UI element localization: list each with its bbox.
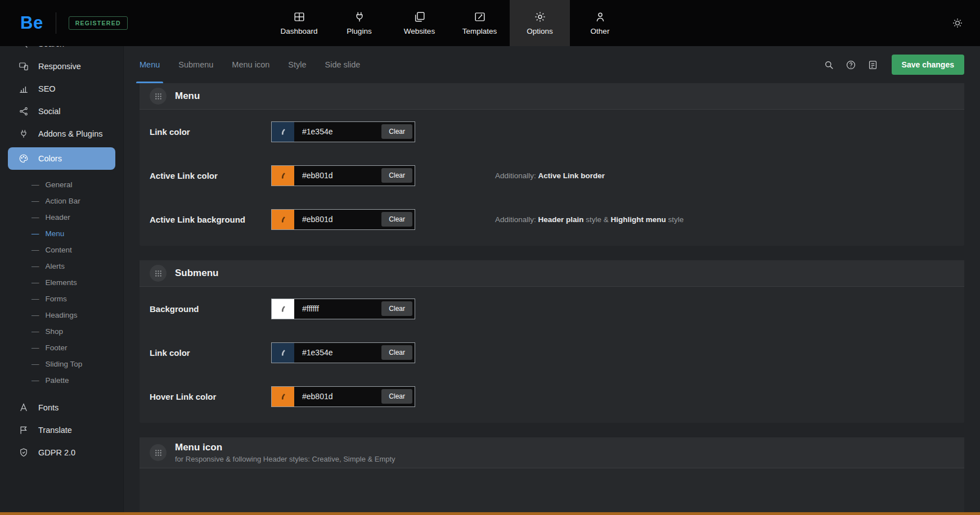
topnav-label: Other (591, 27, 610, 35)
topnav-label: Templates (462, 27, 497, 35)
option-label: Link color (150, 127, 271, 137)
template-edit-icon (474, 11, 486, 23)
option-row-active-link-color: Active Link color Clear Additionally: Ac… (140, 153, 964, 197)
share-icon (18, 106, 29, 116)
topnav-options[interactable]: Options (510, 0, 570, 46)
sidebar-subitem-alerts[interactable]: —Alerts (0, 258, 123, 274)
sidebar-subitem-footer[interactable]: —Footer (0, 340, 123, 356)
section-title: Menu icon (175, 442, 395, 453)
color-swatch[interactable] (272, 343, 294, 363)
chart-bars-icon (18, 84, 29, 94)
help-icon[interactable] (846, 60, 856, 70)
topnav-plugins[interactable]: Plugins (329, 0, 389, 46)
sidebar-subitem-shop[interactable]: —Shop (0, 323, 123, 340)
tab-menu-icon[interactable]: Menu icon (232, 46, 269, 83)
tab-submenu[interactable]: Submenu (178, 46, 213, 83)
clear-color-button[interactable]: Clear (381, 301, 412, 316)
color-swatch[interactable] (272, 387, 294, 406)
topbar-brand: Be REGISTERED (0, 12, 128, 34)
color-hex-input[interactable] (294, 127, 381, 136)
section-header: Menu (140, 83, 964, 110)
sidebar-item-seo[interactable]: SEO (0, 78, 123, 100)
brush-icon (280, 349, 287, 356)
topnav-label: Plugins (347, 27, 371, 35)
color-swatch[interactable] (272, 122, 294, 142)
sidebar-item-label: Translate (38, 426, 72, 435)
topnav-label: Options (527, 27, 553, 35)
topnav-label: Websites (404, 27, 435, 35)
tab-menu[interactable]: Menu (140, 46, 160, 83)
color-picker-control: Clear (271, 209, 415, 230)
topnav-templates[interactable]: Templates (449, 0, 510, 46)
section-title: Submenu (175, 268, 218, 279)
topnav-websites[interactable]: Websites (389, 0, 449, 46)
color-swatch[interactable] (272, 166, 294, 186)
top-navigation: Dashboard Plugins Websites Templates (269, 0, 630, 46)
sidebar-subitem-sliding-top[interactable]: —Sliding Top (0, 356, 123, 372)
option-note: Additionally: Header plain style & Highl… (495, 215, 684, 224)
theme-toggle-icon[interactable] (952, 17, 963, 29)
sidebar-subitem-action-bar[interactable]: —Action Bar (0, 193, 123, 209)
sidebar-subitem-forms[interactable]: —Forms (0, 291, 123, 307)
sidebar-subitem-palette[interactable]: —Palette (0, 372, 123, 388)
clear-color-button[interactable]: Clear (381, 345, 412, 360)
feedback-notes-icon[interactable] (867, 60, 878, 70)
sidebar-subitem-general[interactable]: —General (0, 177, 123, 193)
clear-color-button[interactable]: Clear (381, 168, 412, 183)
sidebar-item-fonts[interactable]: Fonts (0, 396, 123, 419)
sidebar-item-search[interactable]: Search (0, 46, 123, 55)
option-label: Active Link color (150, 171, 271, 180)
sidebar-item-label: Fonts (38, 403, 59, 412)
color-hex-input[interactable] (294, 348, 381, 357)
section-menu: Menu Link color Clear (140, 83, 964, 246)
search-icon[interactable] (824, 60, 834, 70)
sidebar-item-label: GDPR 2.0 (38, 448, 75, 457)
sidebar-subitem-elements[interactable]: —Elements (0, 274, 123, 291)
clear-color-button[interactable]: Clear (381, 212, 412, 227)
clear-color-button[interactable]: Clear (381, 389, 412, 404)
sidebar-subitem-headings[interactable]: —Headings (0, 307, 123, 323)
sidebar-item-addons-plugins[interactable]: Addons & Plugins (0, 123, 123, 145)
color-swatch[interactable] (272, 210, 294, 229)
sidebar-item-social[interactable]: Social (0, 100, 123, 123)
clear-color-button[interactable]: Clear (381, 124, 412, 139)
save-changes-button[interactable]: Save changes (892, 55, 964, 75)
option-row-hover-link-color: Hover Link color Clear (140, 374, 964, 418)
drag-handle-icon[interactable] (150, 444, 167, 461)
option-row-link-color: Link color Clear (140, 110, 964, 153)
color-picker-control: Clear (271, 342, 415, 363)
section-menu-icon: Menu icon for Responsive & following Hea… (140, 437, 964, 515)
colors-submenu: —General —Action Bar —Header —Menu —Cont… (0, 172, 123, 392)
tab-side-slide[interactable]: Side slide (325, 46, 361, 83)
pages-icon (413, 11, 426, 23)
sidebar-item-gdpr[interactable]: GDPR 2.0 (0, 441, 123, 464)
section-header: Menu icon for Responsive & following Hea… (140, 437, 964, 468)
brush-icon (280, 172, 287, 179)
gear-icon (534, 11, 546, 23)
color-hex-input[interactable] (294, 215, 381, 224)
tab-toolbar: Save changes (824, 55, 964, 75)
sidebar-subitem-content[interactable]: —Content (0, 242, 123, 258)
topbar: Be REGISTERED Dashboard Plugins (0, 0, 980, 46)
sidebar-item-responsive[interactable]: Responsive (0, 55, 123, 78)
drag-handle-icon[interactable] (150, 88, 167, 105)
color-hex-input[interactable] (294, 392, 381, 401)
color-hex-input[interactable] (294, 171, 381, 180)
drag-handle-icon[interactable] (150, 265, 167, 282)
topnav-other[interactable]: Other (570, 0, 630, 46)
settings-sidebar: Search Responsive SEO Social (0, 46, 124, 515)
color-picker-control: Clear (271, 165, 415, 186)
topnav-dashboard[interactable]: Dashboard (269, 0, 329, 46)
fonts-icon (18, 403, 29, 413)
section-title: Menu (175, 91, 200, 102)
sidebar-subitem-menu[interactable]: —Menu (0, 225, 123, 242)
sidebar-subitem-header[interactable]: —Header (0, 209, 123, 225)
option-row-active-link-background: Active Link background Clear Additionall… (140, 197, 964, 241)
sidebar-item-translate[interactable]: Translate (0, 419, 123, 441)
sidebar-item-colors[interactable]: Colors (8, 147, 115, 170)
brush-icon (280, 216, 287, 223)
color-swatch[interactable] (272, 299, 294, 319)
sidebar-item-label: Social (38, 107, 61, 116)
color-hex-input[interactable] (294, 304, 381, 313)
tab-style[interactable]: Style (288, 46, 306, 83)
